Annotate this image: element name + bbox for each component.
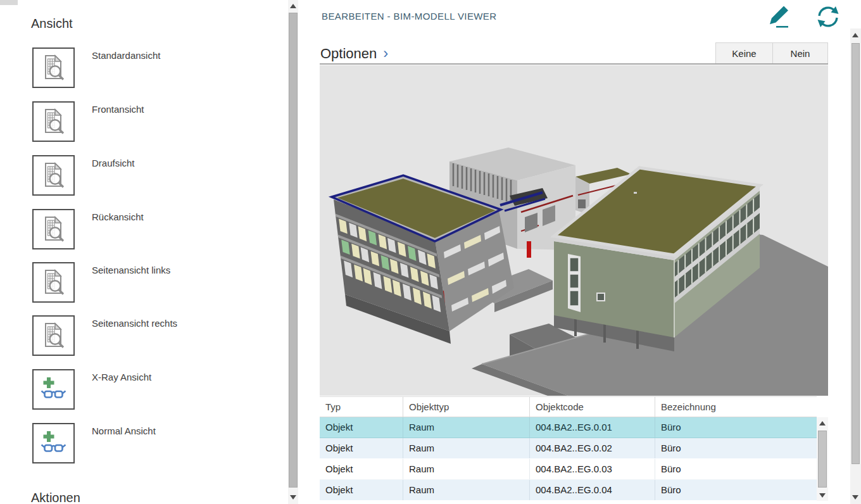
cell-bezeichnung: Büro [655,480,817,500]
sidebar-item-label: Draufsicht [92,158,135,168]
cell-objektcode: 004.BA2..EG.0.04 [530,480,655,500]
sidebar-scrollbar-thumb[interactable] [289,13,298,488]
page-scroll-down-arrow[interactable] [852,495,858,500]
page-scrollbar-thumb[interactable] [852,43,860,464]
sidebar-heading-ansicht: Ansicht [31,16,73,31]
page-title: BEARBEITEN - BIM-MODELL VIEWER [322,11,497,22]
table-row[interactable]: Objekt Raum 004.BA2..EG.0.02 Büro [320,438,817,459]
xray-ansicht-tile[interactable] [32,369,75,410]
cell-objekttyp: Raum [403,417,530,438]
table-scroll-down-arrow[interactable] [819,493,826,498]
seitenansicht-links-tile[interactable] [32,262,75,303]
sidebar-scroll-up-arrow[interactable] [290,4,296,8]
cell-typ: Objekt [320,438,403,458]
options-divider [320,63,828,65]
page-scroll-up-arrow[interactable] [852,33,858,37]
sidebar-item-rueckansicht[interactable]: Rückansicht [32,209,273,253]
cell-objekttyp: Raum [403,459,530,479]
cell-bezeichnung: Büro [655,459,817,479]
document-magnifier-icon [41,54,66,82]
table-row[interactable]: Objekt Raum 004.BA2..EG.0.04 Büro [320,480,817,501]
document-magnifier-icon [41,215,66,244]
standardansicht-tile[interactable] [32,47,75,88]
cell-objekttyp: Raum [403,438,530,458]
column-header-typ[interactable]: Typ [320,397,403,417]
top-edge-fragment [0,0,18,5]
table-header-row: Typ Objekttyp Objektcode Bezeichnung [320,396,817,417]
table-row-selected[interactable]: Objekt Raum 004.BA2..EG.0.01 Büro [320,417,817,438]
cell-objektcode: 004.BA2..EG.0.03 [530,459,655,479]
table-scroll-up-arrow[interactable] [819,421,826,425]
cell-typ: Objekt [320,480,403,500]
edit-pencil-icon[interactable] [763,3,792,30]
bim-3d-viewport[interactable] [320,65,828,396]
sidebar-item-label: Rückansicht [92,211,144,222]
column-header-objekttyp[interactable]: Objekttyp [403,397,530,417]
draufsicht-tile[interactable] [32,155,75,196]
glasses-plus-icon [41,377,66,403]
cell-bezeichnung: Büro [655,438,817,458]
bim-viewer-page: { "sidebar": { "heading": "Ansicht", "it… [0,0,861,504]
document-magnifier-icon [41,322,66,350]
nein-button[interactable]: Nein [772,42,828,64]
sidebar-item-draufsicht[interactable]: Draufsicht [32,155,273,199]
bim-3d-scene[interactable] [320,65,828,396]
cell-typ: Objekt [320,417,403,438]
cell-objektcode: 004.BA2..EG.0.01 [530,417,655,438]
sidebar-item-normal-ansicht[interactable]: Normal Ansicht [32,423,273,467]
document-magnifier-icon [41,108,66,136]
sidebar-item-seitenansicht-rechts[interactable]: Seitenansicht rechts [32,315,273,360]
sidebar-item-frontansicht[interactable]: Frontansicht [32,101,273,146]
column-header-objektcode[interactable]: Objektcode [530,397,655,417]
normal-ansicht-tile[interactable] [32,423,75,463]
keine-button[interactable]: Keine [715,42,773,64]
table-row[interactable]: Objekt Raum 004.BA2..EG.0.03 Büro [320,459,817,480]
frontansicht-tile[interactable] [32,101,75,142]
sidebar-heading-aktionen: Aktionen [31,491,80,504]
options-expander[interactable]: Optionen› [320,44,388,62]
sidebar-scroll-down-arrow[interactable] [290,495,296,500]
column-header-bezeichnung[interactable]: Bezeichnung [655,397,817,417]
sidebar-item-seitenansicht-links[interactable]: Seitenansicht links [32,262,273,306]
cell-bezeichnung: Büro [655,417,817,438]
refresh-icon[interactable] [814,4,842,30]
rueckansicht-tile[interactable] [32,209,75,249]
cell-objektcode: 004.BA2..EG.0.02 [530,438,655,458]
sidebar-item-standardansicht[interactable]: Standardansicht [32,47,273,92]
cell-objekttyp: Raum [403,480,530,500]
cell-typ: Objekt [320,459,403,479]
sidebar-item-label: Seitenansicht links [92,265,170,275]
sidebar-item-xray-ansicht[interactable]: X-Ray Ansicht [32,369,273,413]
sidebar-item-label: Normal Ansicht [92,425,156,436]
chevron-right-icon: › [383,44,388,61]
sidebar-item-label: Standardansicht [92,50,160,61]
glasses-plus-icon [41,431,66,457]
sidebar-item-label: Frontansicht [92,104,144,115]
document-magnifier-icon [41,161,66,190]
seitenansicht-rechts-tile[interactable] [32,315,75,356]
options-label: Optionen [320,46,377,61]
sidebar-item-label: Seitenansicht rechts [92,318,177,329]
table-scrollbar-thumb[interactable] [818,431,827,488]
document-magnifier-icon [41,268,66,297]
sidebar-item-label: X-Ray Ansicht [92,372,151,382]
